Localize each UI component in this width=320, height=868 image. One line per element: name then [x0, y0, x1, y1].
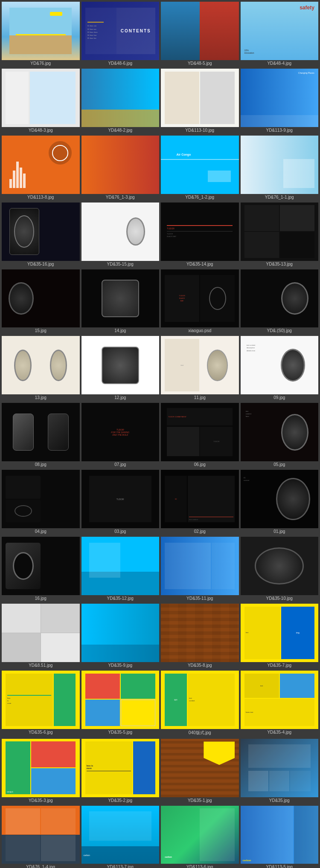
list-item[interactable]: YD&.(S0).jpg — [241, 269, 319, 335]
thumbnail — [161, 69, 239, 127]
file-label: YD&76.jpg — [2, 60, 80, 67]
file-label: YD&48-3.jpg — [2, 127, 80, 134]
list-item[interactable]: 15.jpg — [2, 269, 80, 335]
thumbnail: carbon — [81, 806, 160, 864]
list-item[interactable]: TUDORBLACKBAY xiaoguo.psd — [161, 269, 239, 335]
list-item[interactable]: carbon YD&113-5.jpg — [241, 806, 319, 868]
list-item[interactable]: YD&113-8.jpg — [2, 136, 80, 201]
list-item[interactable]: YD&35-1.jpg — [161, 739, 239, 804]
list-item[interactable]: YD&35-5.jpg — [81, 671, 160, 737]
list-item[interactable]: lessismore YD&35-6.jpg — [2, 671, 80, 737]
thumbnail — [2, 403, 80, 461]
list-item[interactable]: 02 text content 02.jpg — [161, 470, 239, 535]
file-label: YD&35-7.jpg — [241, 662, 319, 669]
list-item[interactable]: Changing Places YD&113-9.jpg — [241, 69, 319, 134]
list-item[interactable]: YD&35-13.jpg — [241, 203, 319, 268]
list-item[interactable]: textcontenthere 05.jpg — [241, 403, 319, 468]
thumbnail: lessismore — [2, 671, 80, 729]
thumbnail — [161, 537, 239, 595]
thumbnail: carbon — [161, 806, 239, 864]
thumbnail: TUDOR COMMITMENT TUDOR — [161, 403, 239, 461]
list-item[interactable]: YD&35.jpg — [241, 739, 319, 804]
file-label: 12.jpg — [81, 394, 160, 401]
file-label: YD&113-8.jpg — [2, 194, 80, 201]
list-item[interactable]: 城市 textcontent 040版式.jpg — [161, 671, 239, 737]
file-label: YD&8.51.jpg — [2, 662, 80, 669]
list-item[interactable]: less ismore YD&35-2.jpg — [81, 739, 160, 804]
file-label: YD&113-5.jpg — [241, 864, 319, 868]
list-item[interactable]: YD&35-9.jpg — [81, 604, 160, 669]
list-item[interactable]: YD&35-10.jpg — [241, 537, 319, 602]
list-item[interactable]: carbon YD&113-6.jpg — [161, 806, 239, 868]
list-item[interactable]: 040版式 YD&35-3.jpg — [2, 739, 80, 804]
thumbnail — [2, 269, 80, 328]
list-item[interactable]: text footer text YD&35-4.jpg — [241, 671, 319, 737]
list-item[interactable]: YD&76_1-4.jpg — [2, 806, 80, 868]
list-item[interactable]: TUDORFOR THE DARINGAND THE BOLD 07.jpg — [81, 403, 160, 468]
thumbnail: TUDOR TUDORBLACK BAY — [161, 203, 239, 261]
list-item[interactable]: Air Congo YD&76_1-2.jpg — [161, 136, 239, 201]
list-item[interactable]: YD&48-3.jpg — [2, 69, 80, 134]
list-item[interactable]: 08.jpg — [2, 403, 80, 468]
thumbnail — [81, 336, 160, 394]
list-item[interactable]: YD&48-5.jpg — [161, 2, 239, 67]
file-label: 06.jpg — [161, 461, 239, 468]
list-item[interactable]: text 11.jpg — [161, 336, 239, 401]
list-item[interactable]: YD&113-10.jpg — [161, 69, 239, 134]
file-label: 13.jpg — [2, 394, 80, 401]
file-label: YD&35-13.jpg — [241, 261, 319, 268]
list-item[interactable]: YD&76.jpg — [2, 2, 80, 67]
thumbnail: TUDOR — [81, 470, 160, 528]
thumbnail — [81, 136, 160, 194]
contents-text: CONTENTS — [121, 29, 151, 33]
file-label: YD&35-1.jpg — [161, 797, 239, 804]
thumbnail — [241, 203, 319, 261]
list-item[interactable]: YD&8.51.jpg — [2, 604, 80, 669]
thumbnail: 01content — [241, 470, 319, 528]
list-item[interactable]: 13.jpg — [2, 336, 80, 401]
file-label: YD&35-12.jpg — [81, 595, 160, 602]
list-item[interactable]: CONTENTS 01 Item one02 Item two03 Item t… — [81, 2, 160, 67]
list-item[interactable]: safety 22%innovation YD&48-4.jpg — [241, 2, 319, 67]
list-item[interactable]: text img YD&35-7.jpg — [241, 604, 319, 669]
list-item[interactable]: YD&35-15.jpg — [81, 203, 160, 268]
thumbnail: CONTENTS 01 Item one02 Item two03 Item t… — [81, 2, 160, 60]
list-item[interactable]: 16.jpg — [2, 537, 80, 602]
file-label: YD&76_1-1.jpg — [241, 194, 319, 201]
file-label: YD&113-9.jpg — [241, 127, 319, 134]
thumbnail: TUDORFOR THE DARINGAND THE BOLD — [81, 403, 160, 461]
thumbnail: TUDORBLACKBAY — [161, 269, 239, 328]
thumbnail — [2, 604, 80, 662]
list-item[interactable]: YD&35-8.jpg — [161, 604, 239, 669]
list-item[interactable]: YD&76_1-3.jpg — [81, 136, 160, 201]
list-item[interactable]: YD&35-16.jpg — [2, 203, 80, 268]
file-label: 02.jpg — [161, 528, 239, 535]
list-item[interactable]: TUDOR TUDORBLACK BAY YD&35-14.jpg — [161, 203, 239, 268]
list-item[interactable]: YD&76_1-1.jpg — [241, 136, 319, 201]
file-label: YD&113-7.jpg — [81, 864, 160, 868]
list-item[interactable]: text contentdescriptiondetails here 09.j… — [241, 336, 319, 401]
list-item[interactable]: 01content 01.jpg — [241, 470, 319, 535]
file-label: xiaoguo.psd — [161, 327, 239, 334]
file-label: 07.jpg — [81, 461, 160, 468]
file-label: 05.jpg — [241, 461, 319, 468]
file-label: 11.jpg — [161, 394, 239, 401]
file-label: 16.jpg — [2, 595, 80, 602]
file-label: YD&35-4.jpg — [241, 729, 319, 736]
thumbnail: 02 text content — [161, 470, 239, 528]
list-item[interactable]: TUDOR 03.jpg — [81, 470, 160, 535]
list-item[interactable]: YD&35-11.jpg — [161, 537, 239, 602]
thumbnail: text img — [241, 604, 319, 662]
file-label: 09.jpg — [241, 394, 319, 401]
list-item[interactable]: 14.jpg — [81, 269, 160, 335]
list-item[interactable]: carbon YD&113-7.jpg — [81, 806, 160, 868]
thumbnail — [2, 470, 80, 528]
list-item[interactable]: TUDOR COMMITMENT TUDOR 06.jpg — [161, 403, 239, 468]
thumbnail — [241, 136, 319, 194]
file-label: YD&76_1-3.jpg — [81, 194, 160, 201]
thumbnail — [241, 269, 319, 328]
list-item[interactable]: 04.jpg — [2, 470, 80, 535]
list-item[interactable]: 12.jpg — [81, 336, 160, 401]
list-item[interactable]: YD&48-2.jpg — [81, 69, 160, 134]
list-item[interactable]: YD&35-12.jpg — [81, 537, 160, 602]
